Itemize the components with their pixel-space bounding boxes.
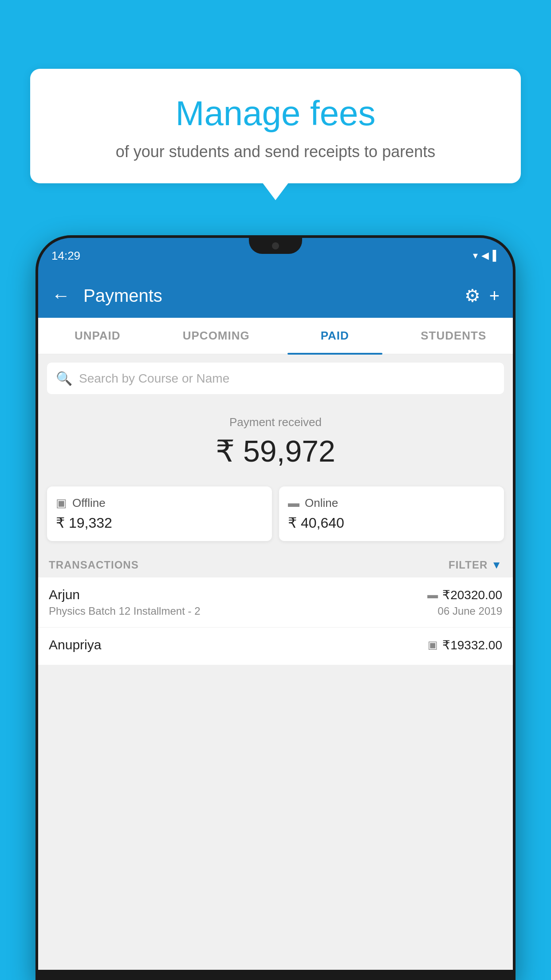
tab-bar: UNPAID UPCOMING PAID STUDENTS: [38, 318, 513, 355]
status-icons: ▾ ◀ ▌: [473, 250, 500, 261]
search-icon: 🔍: [56, 371, 72, 386]
camera: [272, 242, 279, 249]
filter-button[interactable]: FILTER ▼: [449, 559, 502, 571]
table-row[interactable]: Anupriya ▣ ₹19332.00: [38, 628, 513, 665]
app-bar: ← Payments ⚙ +: [38, 273, 513, 318]
transaction-row-sub: Physics Batch 12 Installment - 2 06 June…: [49, 605, 502, 617]
tab-upcoming[interactable]: UPCOMING: [157, 318, 276, 354]
settings-icon[interactable]: ⚙: [464, 285, 480, 306]
transaction-row-top: Arjun ▬ ₹20320.00: [49, 587, 502, 602]
online-card: ▬ Online ₹ 40,640: [279, 486, 504, 541]
offline-card-header: ▣ Offline: [56, 496, 263, 510]
online-card-header: ▬ Online: [288, 496, 495, 510]
tab-unpaid[interactable]: UNPAID: [38, 318, 157, 354]
offline-amount: ₹ 19,332: [56, 514, 263, 531]
payment-type-icon: ▬: [427, 589, 438, 601]
payment-label: Payment received: [47, 415, 504, 429]
offline-label: Offline: [72, 496, 106, 510]
signal-icon: ◀: [481, 250, 489, 261]
search-input[interactable]: Search by Course or Name: [79, 371, 229, 386]
online-label: Online: [305, 496, 338, 510]
tab-students[interactable]: STUDENTS: [394, 318, 513, 354]
transaction-row-top: Anupriya ▣ ₹19332.00: [49, 637, 502, 652]
online-amount: ₹ 40,640: [288, 514, 495, 531]
search-bar[interactable]: 🔍 Search by Course or Name: [47, 363, 504, 394]
table-row[interactable]: Arjun ▬ ₹20320.00 Physics Batch 12 Insta…: [38, 577, 513, 628]
transactions-header: TRANSACTIONS FILTER ▼: [38, 550, 513, 577]
add-icon[interactable]: +: [489, 286, 500, 306]
filter-icon: ▼: [491, 559, 502, 571]
wifi-icon: ▾: [473, 250, 478, 261]
filter-label: FILTER: [449, 559, 488, 571]
back-button[interactable]: ←: [51, 285, 70, 306]
phone-frame: 14:29 ▾ ◀ ▌ ← Payments ⚙ + UNPAID UPCOMI…: [35, 235, 516, 980]
payment-amount: ₹ 59,972: [47, 434, 504, 469]
page-title: Payments: [83, 286, 456, 306]
transaction-list: Arjun ▬ ₹20320.00 Physics Batch 12 Insta…: [38, 577, 513, 665]
offline-card: ▣ Offline ₹ 19,332: [47, 486, 272, 541]
online-icon: ▬: [288, 496, 299, 510]
status-bar: 14:29 ▾ ◀ ▌: [38, 238, 513, 273]
speech-bubble-title: Manage fees: [57, 93, 494, 134]
tab-paid[interactable]: PAID: [276, 318, 394, 354]
screen-content: 🔍 Search by Course or Name Payment recei…: [38, 355, 513, 970]
offline-icon: ▣: [56, 496, 67, 510]
transaction-name: Anupriya: [49, 637, 101, 652]
transactions-label: TRANSACTIONS: [49, 559, 139, 571]
payment-type-icon: ▣: [428, 639, 438, 651]
transaction-name: Arjun: [49, 587, 80, 602]
transaction-amount: ▬ ₹20320.00: [427, 588, 502, 602]
payment-received-section: Payment received ₹ 59,972: [38, 402, 513, 478]
transaction-amount: ▣ ₹19332.00: [428, 638, 502, 652]
transaction-date: 06 June 2019: [438, 605, 502, 617]
payment-cards: ▣ Offline ₹ 19,332 ▬ Online ₹ 40,640: [38, 478, 513, 550]
speech-bubble-subtitle: of your students and send receipts to pa…: [57, 142, 494, 161]
speech-bubble: Manage fees of your students and send re…: [30, 69, 521, 183]
notch: [249, 238, 302, 254]
transaction-course: Physics Batch 12 Installment - 2: [49, 605, 200, 617]
app-bar-actions: ⚙ +: [464, 285, 500, 306]
status-time: 14:29: [51, 249, 80, 263]
battery-icon: ▌: [492, 250, 500, 261]
